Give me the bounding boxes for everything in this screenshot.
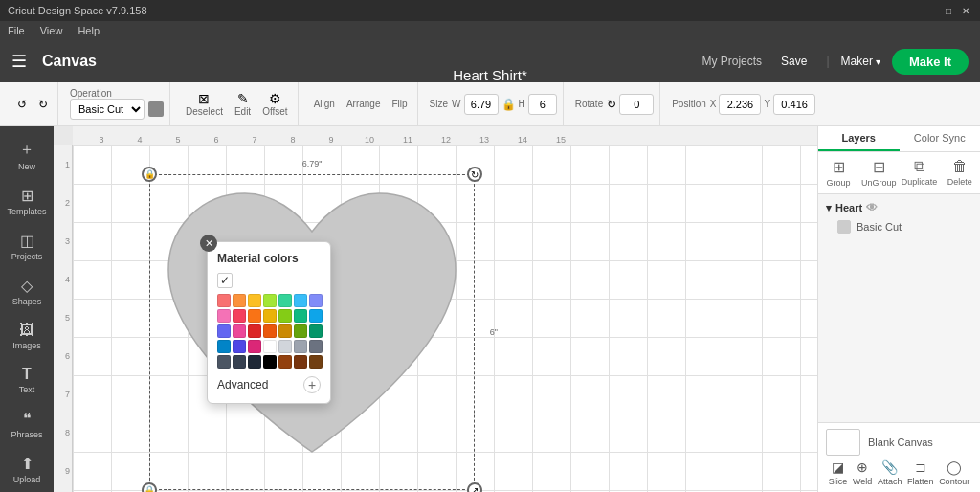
color-swatch[interactable] bbox=[248, 340, 261, 353]
menu-help[interactable]: Help bbox=[78, 25, 100, 36]
color-swatch[interactable] bbox=[248, 309, 261, 323]
color-swatch[interactable] bbox=[248, 324, 261, 338]
size-w-input[interactable] bbox=[464, 94, 499, 115]
handle-bottom-left[interactable]: 🔒 bbox=[142, 482, 157, 492]
deselect-button[interactable]: ⊠ Deselect bbox=[182, 89, 227, 119]
save-button[interactable]: Save bbox=[773, 51, 814, 72]
minimize-button[interactable]: − bbox=[924, 4, 938, 17]
menu-view[interactable]: View bbox=[40, 25, 63, 36]
sidebar-item-templates[interactable]: ⊞ Templates bbox=[3, 181, 51, 222]
sidebar-item-text[interactable]: T Text bbox=[3, 360, 51, 400]
handle-bottom-right[interactable]: ↗ bbox=[467, 482, 482, 492]
rotate-input[interactable] bbox=[619, 94, 654, 115]
weld-label: Weld bbox=[853, 477, 872, 486]
add-color-button[interactable]: + bbox=[303, 376, 321, 393]
color-swatch[interactable] bbox=[263, 294, 277, 307]
color-swatch[interactable] bbox=[217, 324, 231, 338]
color-swatch[interactable] bbox=[217, 340, 231, 353]
flip-button[interactable]: Flip bbox=[388, 97, 411, 111]
color-swatch[interactable] bbox=[309, 294, 323, 307]
bottom-panel: Blank Canvas ◪ Slice ⊕ Weld 📎 Attach ⊐ F… bbox=[818, 422, 980, 492]
color-swatch[interactable] bbox=[233, 309, 246, 323]
advanced-label[interactable]: Advanced bbox=[217, 378, 268, 391]
canvas-content[interactable]: 6.79" 6" 🔒 ↻ 🔒 ↗ ✕ Material col bbox=[73, 145, 817, 492]
make-it-button[interactable]: Make It bbox=[892, 49, 969, 75]
undo-button[interactable]: ↺ bbox=[13, 96, 31, 113]
sidebar-item-images[interactable]: 🖼 Images bbox=[3, 316, 51, 356]
maker-dropdown[interactable]: Maker ▾ bbox=[841, 55, 880, 68]
color-swatch[interactable] bbox=[278, 324, 292, 338]
pos-y-input[interactable] bbox=[773, 94, 815, 115]
maximize-button[interactable]: □ bbox=[942, 4, 955, 17]
canvas-area[interactable]: 3 4 5 6 7 8 9 10 11 12 13 14 15 1 2 3 4 … bbox=[54, 126, 817, 492]
color-swatch[interactable] bbox=[278, 309, 292, 323]
color-swatch[interactable] bbox=[309, 340, 323, 353]
color-swatch[interactable] bbox=[217, 309, 231, 323]
flatten-action[interactable]: ⊐ Flatten bbox=[907, 459, 934, 486]
layer-visibility-icon[interactable]: 👁 bbox=[866, 201, 878, 214]
color-swatch[interactable] bbox=[217, 294, 231, 307]
color-swatch[interactable] bbox=[294, 324, 307, 338]
color-swatch[interactable] bbox=[294, 340, 307, 353]
color-swatch[interactable] bbox=[278, 294, 292, 307]
size-h-input[interactable] bbox=[528, 94, 557, 115]
pos-x-input[interactable] bbox=[719, 94, 761, 115]
color-swatch[interactable] bbox=[309, 324, 323, 338]
sidebar-item-upload[interactable]: ⬆ Upload bbox=[3, 449, 51, 490]
color-swatch[interactable] bbox=[233, 294, 246, 307]
weld-action[interactable]: ⊕ Weld bbox=[853, 459, 872, 486]
color-swatch[interactable] bbox=[217, 355, 231, 369]
color-swatch[interactable] bbox=[263, 355, 277, 369]
color-swatch[interactable] bbox=[248, 294, 261, 307]
slice-action[interactable]: ◪ Slice bbox=[829, 459, 848, 486]
color-swatch[interactable] bbox=[294, 294, 307, 307]
handle-top-right[interactable]: ↻ bbox=[467, 167, 482, 182]
ruler-top: 3 4 5 6 7 8 9 10 11 12 13 14 15 bbox=[73, 126, 817, 145]
tab-layers[interactable]: Layers bbox=[818, 126, 900, 151]
sidebar-item-projects[interactable]: ◫ Projects bbox=[3, 226, 51, 267]
color-swatch[interactable] bbox=[263, 309, 277, 323]
color-swatch[interactable] bbox=[309, 355, 323, 369]
color-picker-footer: Advanced + bbox=[217, 376, 321, 393]
handle-top-left[interactable]: 🔒 bbox=[142, 167, 157, 182]
hamburger-menu[interactable]: ☰ bbox=[11, 51, 27, 72]
size-group: Size W 🔒 H bbox=[424, 82, 564, 125]
layer-group-header[interactable]: ▾ Heart 👁 bbox=[822, 198, 976, 217]
ungroup-action[interactable]: ⊟ UnGroup bbox=[858, 156, 899, 190]
color-swatch[interactable] bbox=[263, 324, 277, 338]
color-swatch[interactable] bbox=[233, 340, 246, 353]
offset-button[interactable]: ⚙ Offset bbox=[258, 89, 292, 119]
color-swatch[interactable] bbox=[233, 324, 246, 338]
color-swatch[interactable] bbox=[278, 340, 292, 353]
color-swatch[interactable] bbox=[294, 355, 307, 369]
sidebar-label-images: Images bbox=[12, 341, 41, 350]
operation-select[interactable]: Basic Cut bbox=[70, 99, 145, 120]
text-icon: T bbox=[22, 366, 32, 383]
close-popup-button[interactable]: ✕ bbox=[200, 235, 217, 252]
edit-button[interactable]: ✎ Edit bbox=[231, 89, 255, 119]
color-swatch[interactable] bbox=[248, 355, 261, 369]
delete-action[interactable]: 🗑 Delete bbox=[940, 156, 980, 190]
color-swatch[interactable] bbox=[263, 340, 277, 353]
contour-action[interactable]: ◯ Contour bbox=[939, 459, 969, 486]
duplicate-action[interactable]: ⧉ Duplicate bbox=[900, 156, 940, 190]
my-projects-link[interactable]: My Projects bbox=[702, 55, 762, 68]
redo-button[interactable]: ↻ bbox=[34, 96, 52, 113]
color-swatch[interactable] bbox=[294, 309, 307, 323]
sidebar-item-new[interactable]: ＋ New bbox=[3, 134, 51, 177]
sidebar-item-shapes[interactable]: ◇ Shapes bbox=[3, 271, 51, 312]
close-button[interactable]: ✕ bbox=[959, 4, 972, 17]
align-button[interactable]: Align bbox=[310, 97, 339, 111]
attach-action[interactable]: 📎 Attach bbox=[878, 459, 902, 486]
group-action[interactable]: ⊞ Group bbox=[818, 156, 858, 190]
arrange-button[interactable]: Arrange bbox=[343, 97, 385, 111]
menu-file[interactable]: File bbox=[8, 25, 25, 36]
tab-color-sync[interactable]: Color Sync bbox=[900, 126, 981, 151]
color-swatch[interactable] bbox=[309, 309, 323, 323]
color-swatch[interactable] bbox=[233, 355, 246, 369]
current-color-check[interactable]: ✓ bbox=[217, 273, 233, 288]
sidebar-item-phrases[interactable]: ❝ Phrases bbox=[3, 404, 51, 445]
layer-item-basic-cut[interactable]: Basic Cut bbox=[822, 217, 976, 236]
duplicate-label: Duplicate bbox=[902, 177, 938, 187]
color-swatch[interactable] bbox=[278, 355, 292, 369]
